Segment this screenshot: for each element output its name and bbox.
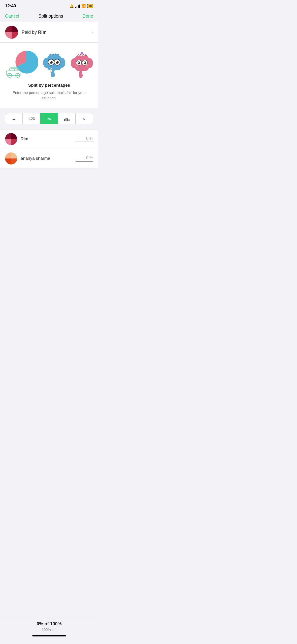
status-time: 12:40 [5, 4, 16, 9]
done-button[interactable]: Done [82, 14, 93, 19]
wifi-icon: 📶 [81, 4, 86, 8]
ananya-pct-underline [76, 161, 93, 162]
ananya-pct-value: 0 [86, 155, 88, 160]
split-bars-button[interactable] [58, 113, 76, 124]
car-svg [5, 65, 23, 78]
svg-point-22 [78, 61, 80, 64]
svg-point-25 [84, 62, 85, 63]
illustration-area [0, 43, 98, 83]
rim-pct-symbol: % [89, 136, 93, 141]
svg-point-27 [85, 63, 88, 67]
rim-avatar [5, 26, 18, 39]
rim-pct-underline [76, 142, 93, 142]
rim-pct-value: 0 [86, 136, 88, 141]
rim-name: Rim [21, 137, 76, 142]
description-title: Split by percentages [8, 83, 91, 88]
svg-point-24 [78, 62, 79, 63]
chevron-right-icon: › [92, 30, 93, 35]
battery-indicator: 23 [87, 4, 93, 8]
svg-point-13 [50, 61, 51, 62]
person-row-rim: Rim 0 % [0, 130, 98, 149]
ananya-pct-symbol: % [89, 155, 93, 160]
rim-avatar-small [5, 133, 17, 145]
description-text: Enter the percentage split that's fair f… [8, 90, 91, 101]
status-icons: 🔔 📶 23 [70, 4, 93, 8]
ananya-percentage[interactable]: 0 % [76, 155, 93, 162]
svg-point-11 [50, 61, 53, 64]
ananya-name: ananya sharma [21, 156, 76, 161]
pink-elephant-illustration [71, 50, 93, 78]
signal-bar-4 [79, 5, 80, 8]
blue-elephant-illustration [43, 50, 65, 78]
nav-bar: Cancel Split options Done [0, 11, 98, 22]
bars-icon [64, 116, 70, 121]
paid-by-section[interactable]: Paid by Rim › [0, 22, 98, 43]
person-row-ananya: ananya sharma 0 % [0, 149, 98, 168]
svg-rect-1 [6, 71, 21, 75]
signal-bar-1 [75, 7, 76, 8]
pie-chart-illustration [5, 50, 38, 78]
signal-bar-2 [77, 6, 77, 8]
cancel-button[interactable]: Cancel [5, 14, 19, 19]
ananya-avatar [5, 152, 17, 165]
people-list: Rim 0 % ananya sharma 0 % [0, 129, 98, 168]
svg-point-23 [84, 61, 86, 64]
status-bar: 12:40 🔔 📶 23 [0, 0, 98, 11]
split-equal-button[interactable]: = [5, 113, 23, 124]
signal-bar-3 [78, 5, 79, 8]
svg-point-26 [75, 63, 79, 67]
signal-bars [75, 4, 80, 8]
mute-icon: 🔔 [70, 4, 74, 8]
svg-point-14 [56, 61, 57, 62]
split-adjust-button[interactable]: +/- [76, 113, 93, 124]
split-type-buttons: = 1.23 % +/- [0, 108, 98, 129]
rim-percentage[interactable]: 0 % [76, 136, 93, 142]
paid-by-text: Paid by Rim [22, 30, 92, 35]
split-amount-button[interactable]: 1.23 [23, 113, 40, 124]
svg-point-12 [56, 61, 59, 64]
page-title: Split options [38, 14, 63, 19]
description-section: Split by percentages Enter the percentag… [0, 83, 98, 108]
svg-point-16 [81, 52, 83, 54]
split-percent-button[interactable]: % [40, 113, 58, 124]
